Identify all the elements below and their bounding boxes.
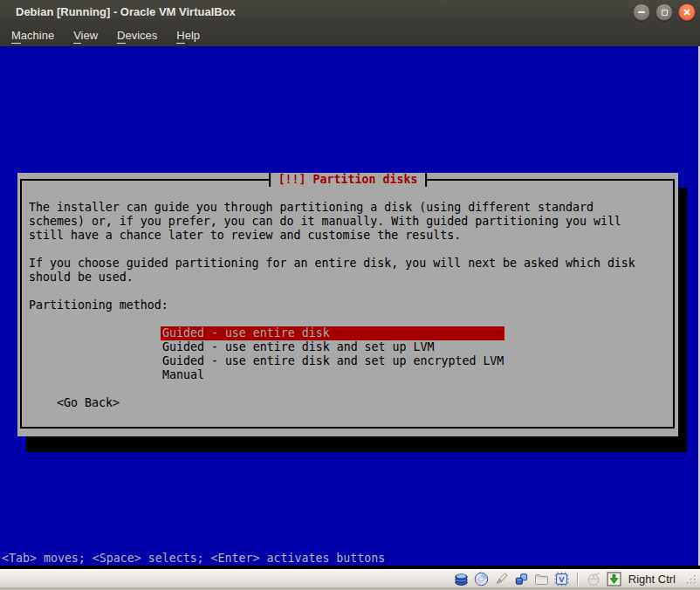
- menu-item-help[interactable]: Help: [176, 24, 200, 46]
- menu-item-devices[interactable]: Devices: [117, 24, 157, 46]
- dialog-text-line: Partitioning method:: [29, 298, 673, 312]
- menu-bar: MachineViewDevicesHelp: [0, 24, 700, 46]
- minimize-button[interactable]: [633, 3, 650, 21]
- partition-option[interactable]: Guided - use entire disk: [161, 326, 504, 340]
- usb-icon[interactable]: [494, 572, 509, 587]
- dialog-text-line: The installer can guide you through part…: [29, 201, 673, 215]
- partition-method-list: Guided - use entire diskGuided - use ent…: [29, 326, 673, 382]
- titlebar[interactable]: Debian [Running] - Oracle VM VirtualBox …: [0, 0, 700, 24]
- dialog-text-line: should be used.: [29, 271, 673, 285]
- resize-grip[interactable]: [686, 573, 697, 585]
- partition-option[interactable]: Manual: [161, 368, 504, 382]
- close-icon: ✕: [683, 8, 690, 17]
- shared-folders-icon[interactable]: [534, 572, 549, 587]
- mouse-integration-icon: [587, 572, 601, 587]
- go-back-button[interactable]: <Go Back>: [57, 396, 120, 410]
- host-key-label: Right Ctrl: [628, 573, 676, 586]
- dialog-text-line: [29, 285, 673, 298]
- maximize-button[interactable]: [655, 3, 673, 21]
- dialog-text-line: still have a chance later to review and …: [29, 229, 673, 243]
- close-button[interactable]: ✕: [678, 3, 696, 21]
- status-indicators: V Right Ctrl: [454, 572, 700, 587]
- virtualbox-window: Debian [Running] - Oracle VM VirtualBox …: [0, 0, 700, 590]
- partition-option[interactable]: Guided - use entire disk and set up LVM: [161, 340, 504, 354]
- vm-console-screen[interactable]: [!!] Partition disks The installer can g…: [0, 46, 700, 566]
- window-header: Debian [Running] - Oracle VM VirtualBox …: [0, 0, 700, 46]
- dialog-title: [!!] Partition disks: [269, 173, 428, 187]
- keyboard-capture-icon: [607, 572, 621, 587]
- svg-text:V: V: [559, 574, 565, 584]
- menu-item-machine[interactable]: Machine: [11, 24, 54, 46]
- network-icon[interactable]: [514, 572, 529, 587]
- statusbar-separator: [577, 573, 579, 586]
- maximize-icon: [662, 10, 668, 16]
- window-controls: ✕: [633, 3, 696, 21]
- virtualization-icon[interactable]: V: [554, 572, 569, 587]
- partition-option[interactable]: Guided - use entire disk and set up encr…: [161, 354, 504, 368]
- minimize-icon: [638, 11, 645, 13]
- hard-disks-icon[interactable]: [454, 572, 469, 587]
- dialog-text-line: If you choose guided partitioning for an…: [29, 257, 673, 271]
- window-title: Debian [Running] - Oracle VM VirtualBox: [16, 0, 236, 24]
- dialog-text-line: schemes) or, if you prefer, you can do i…: [29, 215, 673, 229]
- menu-item-view[interactable]: View: [73, 24, 98, 46]
- dialog-body: The installer can guide you through part…: [29, 201, 673, 410]
- dialog-text-line: [29, 312, 673, 326]
- dialog-text-line: [29, 243, 673, 257]
- status-bar: V Right Ctrl: [0, 569, 700, 590]
- optical-drives-icon[interactable]: [474, 572, 489, 587]
- partition-disks-dialog: [!!] Partition disks The installer can g…: [17, 173, 678, 436]
- dialog-text: The installer can guide you through part…: [29, 201, 673, 326]
- keyboard-help-line: <Tab> moves; <Space> selects; <Enter> ac…: [2, 552, 385, 566]
